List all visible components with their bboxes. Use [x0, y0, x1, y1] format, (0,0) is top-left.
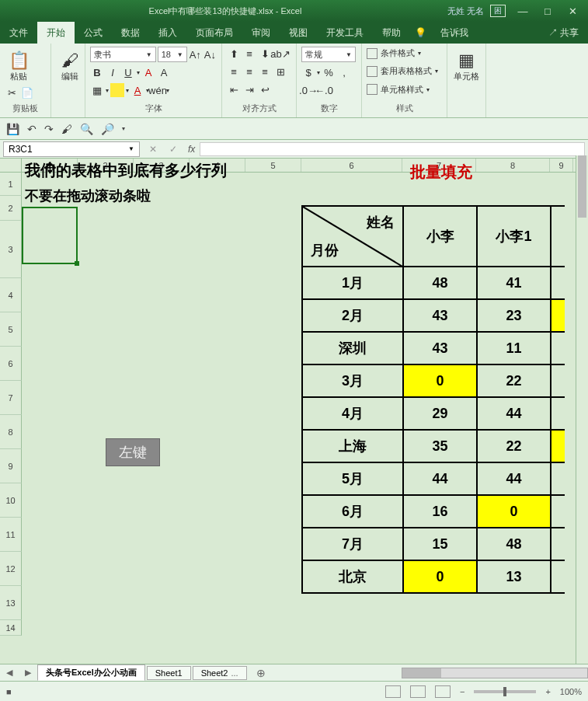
align-middle-icon[interactable]: ≡: [242, 47, 256, 61]
row-header[interactable]: 14: [0, 620, 22, 636]
font-color-icon[interactable]: A: [130, 83, 144, 97]
table-format-button[interactable]: 套用表格格式 ▾: [367, 65, 442, 78]
row-header[interactable]: 12: [0, 552, 22, 586]
row-header[interactable]: 7: [0, 381, 22, 415]
vscroll-thumb[interactable]: [578, 155, 586, 218]
tab-tellme[interactable]: 告诉我: [431, 22, 478, 44]
name-box[interactable]: R3C1▼: [3, 141, 140, 157]
ribbon-mode-icon[interactable]: 困: [490, 5, 506, 17]
data-cell[interactable]: 11: [477, 332, 551, 364]
data-cell[interactable]: [551, 332, 565, 364]
col-header[interactable]: 8: [476, 159, 550, 172]
cells-button[interactable]: ▦单元格: [452, 47, 480, 85]
underline-button[interactable]: U: [121, 66, 135, 80]
phonetic-icon[interactable]: wén: [151, 83, 165, 97]
data-cell[interactable]: 43: [403, 332, 477, 364]
data-cell[interactable]: 15: [403, 528, 477, 560]
sheet-nav-prev[interactable]: ◀: [0, 668, 19, 678]
fx-icon[interactable]: fx: [183, 144, 200, 155]
data-cell[interactable]: 0: [403, 560, 477, 593]
data-cell[interactable]: 22: [477, 364, 551, 397]
shrink-font-icon[interactable]: A↓: [204, 47, 217, 61]
qat-more-icon[interactable]: ▾: [122, 125, 125, 132]
data-cell[interactable]: 29: [403, 397, 477, 430]
formula-input[interactable]: [200, 142, 585, 156]
data-cell[interactable]: 44: [403, 462, 477, 495]
dec-decimal-icon[interactable]: ←.0: [317, 83, 331, 97]
data-cell[interactable]: 0: [403, 364, 477, 397]
row-header[interactable]: 11: [0, 518, 22, 552]
close-button[interactable]: ✕: [560, 5, 585, 17]
vertical-scrollbar[interactable]: [576, 155, 588, 664]
currency-icon[interactable]: $: [301, 66, 315, 80]
inc-decimal-icon[interactable]: .0→: [301, 83, 315, 97]
qat-zoomsel-icon[interactable]: 🔎: [101, 123, 114, 135]
data-cell[interactable]: 2月: [302, 299, 403, 332]
bold-button[interactable]: B: [90, 66, 104, 80]
font-color-a-icon[interactable]: A: [141, 66, 155, 80]
row-header[interactable]: 8: [0, 415, 22, 449]
sheet-tab-1[interactable]: 头条号Excel办公小动画: [37, 664, 145, 681]
merge-icon[interactable]: ⊞: [273, 65, 287, 78]
align-left-icon[interactable]: ≡: [227, 65, 241, 78]
data-cell[interactable]: 43: [403, 299, 477, 332]
data-cell[interactable]: 35: [403, 430, 477, 462]
lightbulb-icon[interactable]: 💡: [415, 27, 426, 38]
tab-formula[interactable]: 公式: [75, 22, 112, 44]
font-selector[interactable]: 隶书▼: [90, 47, 156, 62]
data-cell[interactable]: 44: [477, 397, 551, 430]
horizontal-scrollbar[interactable]: [402, 668, 588, 678]
qat-zoom-icon[interactable]: 🔍: [80, 123, 93, 135]
row-header[interactable]: 6: [0, 347, 22, 381]
copy-icon[interactable]: 📄: [20, 85, 34, 99]
data-cell[interactable]: 5月: [302, 462, 403, 495]
sheet-tab-2[interactable]: Sheet1: [147, 666, 191, 680]
col-header[interactable]: 9: [550, 159, 573, 172]
undo-icon[interactable]: ↶: [27, 123, 37, 135]
data-cell[interactable]: [551, 397, 565, 430]
tab-file[interactable]: 文件: [0, 22, 37, 44]
italic-button[interactable]: I: [106, 66, 120, 80]
select-all-corner[interactable]: [0, 159, 22, 172]
redo-icon[interactable]: ↷: [44, 123, 54, 135]
indent-dec-icon[interactable]: ⇤: [227, 83, 241, 97]
minimize-button[interactable]: —: [510, 5, 535, 17]
tab-home[interactable]: 开始: [37, 22, 75, 44]
grow-font-icon[interactable]: A↑: [189, 47, 202, 61]
col-header[interactable]: 5: [245, 159, 301, 172]
data-cell[interactable]: 0: [477, 495, 551, 528]
zoom-level[interactable]: 100%: [560, 687, 582, 696]
row-header[interactable]: 5: [0, 312, 22, 347]
conditional-format-button[interactable]: 条件格式 ▾: [367, 47, 442, 60]
tab-layout[interactable]: 页面布局: [186, 22, 242, 44]
active-cell-selection[interactable]: [22, 207, 78, 264]
tab-insert[interactable]: 插入: [149, 22, 186, 44]
save-icon[interactable]: 💾: [6, 123, 19, 135]
paste-button[interactable]: 📋粘贴: [5, 47, 33, 85]
data-cell[interactable]: 22: [477, 430, 551, 462]
data-cell[interactable]: 北京: [302, 560, 403, 593]
data-cell[interactable]: 48: [403, 267, 477, 299]
align-center-icon[interactable]: ≡: [242, 65, 256, 78]
data-cell[interactable]: [551, 495, 565, 528]
data-cell[interactable]: [551, 528, 565, 560]
data-cell[interactable]: 6月: [302, 495, 403, 528]
data-cell[interactable]: [551, 299, 565, 332]
row-header[interactable]: 1: [0, 173, 22, 196]
zoom-out-button[interactable]: −: [460, 687, 464, 696]
tab-review[interactable]: 审阅: [242, 22, 280, 44]
row-header[interactable]: 10: [0, 483, 22, 518]
row-header[interactable]: 2: [0, 196, 22, 221]
tab-help[interactable]: 帮助: [373, 22, 410, 44]
indent-inc-icon[interactable]: ⇥: [242, 83, 256, 97]
tab-view[interactable]: 视图: [280, 22, 317, 44]
col-header[interactable]: 6: [301, 159, 402, 172]
zoom-in-button[interactable]: +: [545, 687, 550, 696]
cancel-formula-icon[interactable]: ✕: [143, 144, 163, 155]
maximize-button[interactable]: □: [535, 5, 560, 17]
data-cell[interactable]: 48: [477, 528, 551, 560]
data-cell[interactable]: 1月: [302, 267, 403, 299]
fontsize-selector[interactable]: 18▼: [158, 47, 187, 62]
worksheet-grid[interactable]: 1 2 3 4 5 6 7 8 9 1234567891011121314 ✥ …: [0, 159, 588, 636]
pagelayout-view-button[interactable]: [410, 685, 426, 698]
